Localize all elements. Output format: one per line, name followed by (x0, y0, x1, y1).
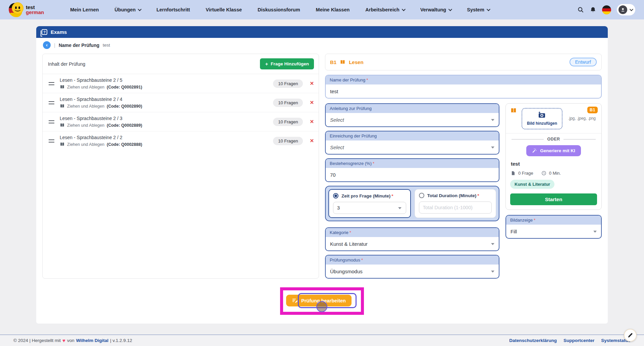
logo-smiley-icon (9, 2, 23, 17)
exams-page: Exams | Name der Prüfung test Inhalt der… (36, 26, 608, 324)
add-image-button[interactable]: Bild hinzufügen (522, 108, 562, 129)
nav-item-arbeitsbereich[interactable]: Arbeitsbereich (365, 7, 405, 12)
exam-name-input[interactable] (330, 89, 591, 94)
nav-item-lernfortschritt[interactable]: Lernfortschritt (156, 7, 190, 12)
drag-handle-icon[interactable] (49, 101, 54, 104)
notifications-button[interactable] (590, 6, 596, 13)
heart-icon (62, 338, 65, 343)
level-label: B1 (330, 59, 336, 65)
user-menu-button[interactable] (617, 4, 635, 15)
level-badge: B1 (587, 107, 598, 113)
question-type: Ziehen und Ablegen (67, 104, 104, 109)
company-link[interactable]: Wilhelm Digital (76, 338, 109, 343)
app-logo[interactable]: test german (9, 2, 44, 17)
generate-with-ai-button[interactable]: Generiere mit KI (526, 145, 581, 156)
exam-meta: 0 Frage 0 Min. (511, 171, 597, 176)
nav-item-uebungen[interactable]: Übungen (115, 7, 141, 12)
bildanzeige-select[interactable]: Fill (506, 225, 601, 238)
breadcrumb-value: test (103, 43, 110, 48)
skill-label: Lesen (349, 59, 363, 65)
user-icon (620, 7, 626, 12)
dropdown-caret-icon (491, 271, 494, 273)
plus-icon (265, 61, 268, 67)
delete-question-button[interactable] (310, 80, 314, 86)
footer-link-datenschutz[interactable]: Datenschutzerklärung (509, 338, 557, 343)
nav-item-verwaltung[interactable]: Verwaltung (420, 7, 451, 12)
field-exam-name: Name der Prüfung* (325, 75, 602, 99)
field-pruefungsmodus: Prüfungsmodus* Übungsmodus (325, 255, 499, 279)
feedback-pencil-button[interactable] (624, 329, 637, 342)
question-count-badge: 10 Fragen (273, 137, 303, 145)
or-divider: ODER (512, 137, 596, 141)
field-bildanzeige: Bildanzeige* Fill (505, 215, 602, 239)
time-per-question-box: Zeit pro Frage (Minute)* 3 (328, 189, 411, 218)
nav-menu: Mein Lernen Übungen Lernfortschritt Virt… (70, 7, 489, 12)
duration-mode-group: Zeit pro Frage (Minute)* 3 T (325, 186, 499, 221)
logo-text: test german (26, 5, 44, 15)
back-button[interactable] (43, 41, 51, 49)
status-badge[interactable]: Entwurf (570, 58, 597, 66)
book-icon (60, 104, 65, 109)
dropdown-caret-icon (491, 243, 494, 245)
book-icon (510, 107, 517, 114)
drag-handle-icon[interactable] (49, 120, 54, 123)
question-count-badge: 10 Fragen (273, 118, 303, 126)
add-question-button[interactable]: Frage Hinzufügen (260, 58, 314, 69)
question-type: Ziehen und Ablegen (67, 85, 104, 90)
radio-unselected-icon[interactable] (419, 193, 424, 198)
exams-icon (42, 29, 47, 35)
question-title: Lesen - Sprachbausteine 2 / 3 (60, 116, 273, 121)
edit-exam-button[interactable]: Prüfung bearbeiten (286, 295, 352, 306)
question-code: (Code: Q0002891) (107, 85, 142, 90)
footer: © 2024 | Hergestellt mit von Wilhelm Dig… (0, 335, 644, 346)
dropdown-caret-icon (491, 147, 494, 149)
start-button[interactable]: Starten (510, 193, 597, 205)
language-flag-german-icon[interactable] (602, 5, 611, 14)
time-per-question-select[interactable]: 3 (333, 202, 406, 214)
drag-handle-icon[interactable] (49, 82, 54, 85)
total-duration-box: Total Duration (Minute)* (415, 189, 496, 218)
delete-question-button[interactable] (310, 119, 314, 125)
nav-item-system[interactable]: System (467, 7, 489, 12)
total-duration-input[interactable] (419, 202, 492, 213)
field-einreichung: Einreichung der Prüfung Select (325, 131, 499, 155)
delete-question-button[interactable] (310, 100, 314, 106)
question-code: (Code: Q0002889) (107, 123, 142, 128)
question-title: Lesen - Sprachbausteine 2 / 2 (60, 135, 273, 140)
page-title: Exams (51, 29, 67, 35)
question-count: 0 Frage (518, 171, 533, 176)
question-count-badge: 10 Fragen (273, 99, 303, 107)
nav-item-virtuelle-klasse[interactable]: Virtuelle Klasse (206, 7, 242, 12)
delete-question-button[interactable] (310, 138, 314, 144)
question-row: Lesen - Sprachbausteine 2 / 4 Ziehen und… (43, 93, 319, 112)
breadcrumb-label: Name der Prüfung (59, 43, 99, 48)
pencil-icon (627, 332, 633, 338)
pruefungsmodus-select[interactable]: Übungsmodus (326, 265, 499, 278)
drag-handle-icon[interactable] (49, 139, 54, 142)
page-header: Exams (36, 26, 608, 38)
einreichung-select[interactable]: Select (326, 140, 499, 154)
question-type: Ziehen und Ablegen (67, 142, 104, 147)
panel-title: Inhalt der Prüfung (48, 61, 85, 67)
kategorie-select[interactable]: Kunst & Literatur (326, 237, 499, 250)
nav-item-mein-lernen[interactable]: Mein Lernen (70, 7, 99, 12)
radio-selected-icon[interactable] (333, 193, 338, 198)
breadcrumb: | Name der Prüfung test (36, 38, 608, 51)
pass-threshold-input[interactable] (330, 172, 489, 178)
nav-item-meine-klassen[interactable]: Meine Klassen (316, 7, 350, 12)
search-button[interactable] (577, 6, 584, 13)
question-title: Lesen - Sprachbausteine 2 / 5 (60, 77, 273, 83)
nav-item-diskussionsforum[interactable]: Diskussionsforum (258, 7, 300, 12)
book-icon (340, 59, 345, 65)
field-anleitung: Anleitung zur Prüfung Select (325, 103, 499, 127)
question-code: (Code: Q0002888) (107, 142, 142, 147)
exam-content-panel: Inhalt der Prüfung Frage Hinzufügen Lese… (42, 54, 319, 279)
field-kategorie: Kategorie* Kunst & Literatur (325, 227, 499, 251)
anleitung-select[interactable]: Select (326, 113, 499, 126)
dropdown-caret-icon (593, 231, 597, 233)
question-code: (Code: Q0002890) (107, 104, 142, 109)
chevron-down-icon (487, 7, 490, 11)
footer-link-supportcenter[interactable]: Supportcenter (564, 338, 594, 343)
search-icon (577, 6, 584, 13)
chevron-down-icon (630, 7, 633, 11)
